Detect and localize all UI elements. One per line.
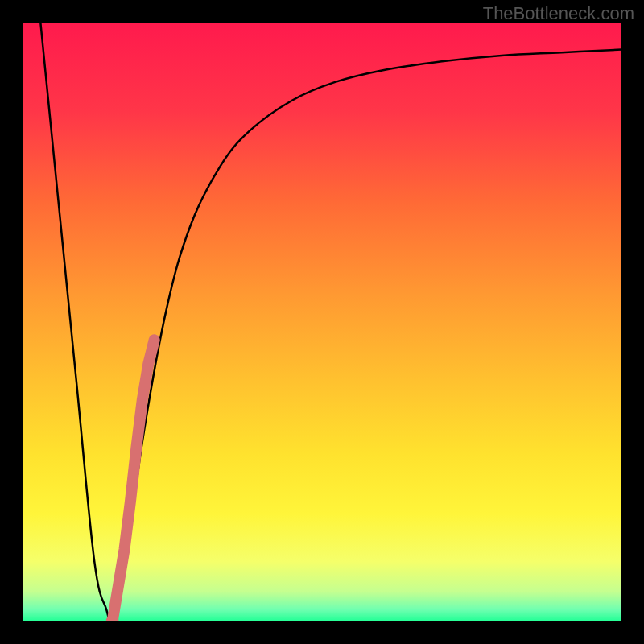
watermark-text: TheBottleneck.com xyxy=(483,3,634,24)
chart-container xyxy=(23,23,621,621)
highlight-segment xyxy=(113,340,155,621)
chart-lines xyxy=(23,23,621,621)
